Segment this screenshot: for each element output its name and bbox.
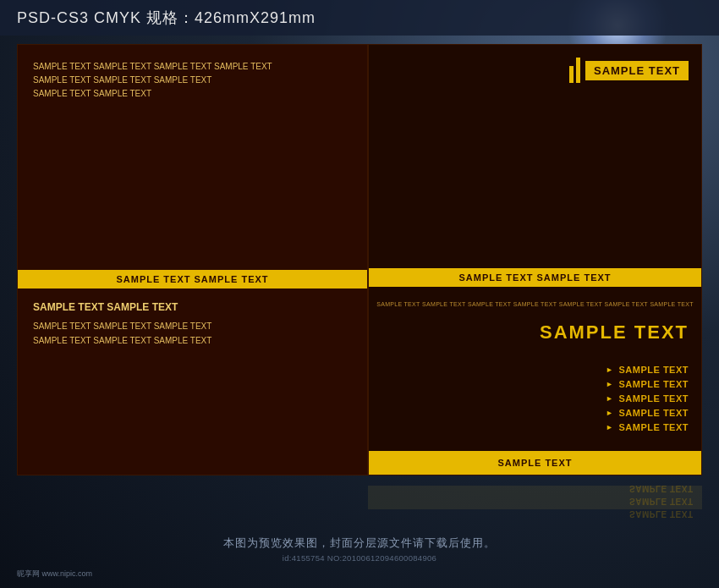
reflection-area — [17, 475, 702, 543]
logo-bars-decoration — [569, 58, 580, 83]
logo-text: SAMPLE TEXT — [594, 64, 680, 77]
logo-area: SAMPLE TEXT — [569, 58, 689, 83]
right-panel: SAMPLE TEXT SAMPLE TEXT SAMPLE TEXT SAMP… — [368, 44, 702, 475]
list-item-3: ► SAMPLE TEXT — [606, 393, 689, 404]
left-top-line-2: SAMPLE TEXT SAMPLE TEXT SAMPLE TEXT — [33, 74, 272, 87]
right-footer-text: SAMPLE TEXT — [497, 458, 572, 468]
right-footer-bar: SAMPLE TEXT — [369, 451, 701, 475]
right-yellow-bar: SAMPLE TEXT SAMPLE TEXT — [369, 268, 701, 287]
left-bottom-title: SAMPLE TEXT SAMPLE TEXT — [33, 299, 211, 316]
main-content: SAMPLE TEXT SAMPLE TEXT SAMPLE TEXT SAMP… — [17, 44, 702, 475]
list-item-text-5: SAMPLE TEXT — [618, 422, 689, 432]
arrow-icon-2: ► — [606, 380, 613, 388]
logo-bar-tall — [576, 58, 580, 83]
bottom-id-text: id:4155754 NO:20100612094600084906 — [283, 553, 436, 563]
col-header-5: SAMPLE TEXT — [557, 301, 603, 307]
right-list: ► SAMPLE TEXT ► SAMPLE TEXT ► SAMPLE TEX… — [606, 365, 689, 432]
right-main-heading: SAMPLE TEXT — [540, 321, 689, 343]
header-title: PSD-CS3 CMYK 规格：426mmX291mm — [17, 8, 316, 28]
col-header-6: SAMPLE TEXT — [603, 301, 649, 307]
right-col-headers: SAMPLE TEXT SAMPLE TEXT SAMPLE TEXT SAMP… — [369, 299, 701, 309]
logo-text-box: SAMPLE TEXT — [585, 61, 689, 80]
list-item-text-2: SAMPLE TEXT — [618, 379, 689, 389]
reflection-text-items: SAMPLE TEXT SAMPLE TEXT SAMPLE TEXT — [629, 484, 694, 519]
nipic-logo: 昵享网 www.nipic.com — [17, 569, 92, 580]
arrow-icon-5: ► — [606, 423, 613, 431]
logo-bar-short — [569, 66, 574, 83]
right-yellow-bar-text: SAMPLE TEXT SAMPLE TEXT — [458, 272, 611, 283]
list-item-4: ► SAMPLE TEXT — [606, 408, 689, 418]
bottom-notice-text: 本图为预览效果图，封面分层源文件请下载后使用。 — [223, 536, 496, 551]
col-header-1: SAMPLE TEXT — [376, 301, 421, 307]
left-yellow-bar: SAMPLE TEXT SAMPLE TEXT — [18, 270, 367, 289]
left-yellow-bar-text: SAMPLE TEXT SAMPLE TEXT — [116, 274, 268, 284]
col-header-3: SAMPLE TEXT — [467, 301, 513, 307]
arrow-icon-3: ► — [606, 394, 613, 403]
col-header-7: SAMPLE TEXT — [649, 301, 694, 307]
left-panel: SAMPLE TEXT SAMPLE TEXT SAMPLE TEXT SAMP… — [17, 44, 368, 475]
col-header-4: SAMPLE TEXT — [513, 301, 558, 307]
refl-item-3: SAMPLE TEXT — [629, 484, 694, 493]
list-item-text-3: SAMPLE TEXT — [618, 393, 689, 404]
arrow-icon-1: ► — [606, 365, 613, 374]
refl-item-2: SAMPLE TEXT — [629, 497, 694, 506]
list-item-text-1: SAMPLE TEXT — [618, 365, 689, 375]
list-item-text-4: SAMPLE TEXT — [618, 408, 689, 418]
left-top-line-3: SAMPLE TEXT SAMPLE TEXT — [33, 87, 272, 101]
refl-item-1: SAMPLE TEXT — [629, 509, 694, 519]
left-bottom-line-1: SAMPLE TEXT SAMPLE TEXT SAMPLE TEXT — [33, 319, 211, 333]
left-top-line-1: SAMPLE TEXT SAMPLE TEXT SAMPLE TEXT SAMP… — [33, 60, 272, 74]
left-top-text-block: SAMPLE TEXT SAMPLE TEXT SAMPLE TEXT SAMP… — [33, 60, 272, 101]
arrow-icon-4: ► — [606, 409, 613, 417]
left-bottom-line-2: SAMPLE TEXT SAMPLE TEXT SAMPLE TEXT — [33, 333, 211, 348]
list-item-1: ► SAMPLE TEXT — [606, 365, 689, 375]
list-item-2: ► SAMPLE TEXT — [606, 379, 689, 389]
list-item-5: ► SAMPLE TEXT — [606, 422, 689, 432]
header-bar: PSD-CS3 CMYK 规格：426mmX291mm — [0, 0, 719, 36]
col-header-2: SAMPLE TEXT — [421, 301, 467, 307]
left-bottom-text-block: SAMPLE TEXT SAMPLE TEXT SAMPLE TEXT SAMP… — [33, 299, 211, 348]
bottom-watermark: 本图为预览效果图，封面分层源文件请下载后使用。 id:4155754 NO:20… — [17, 536, 702, 563]
nipic-logo-text: 昵享网 www.nipic.com — [17, 569, 92, 578]
